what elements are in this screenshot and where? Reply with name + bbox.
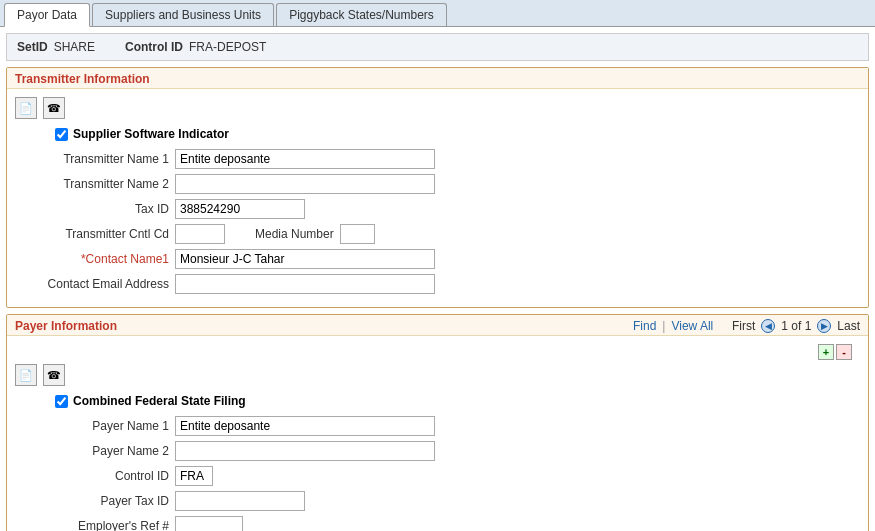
payer-name-2-label: Payer Name 2 — [15, 444, 175, 458]
next-arrow[interactable]: ▶ — [817, 319, 831, 333]
tax-id-row: Tax ID — [15, 199, 860, 219]
contact-name1-row: *Contact Name1 — [15, 249, 860, 269]
payer-section-title: Payer Information — [15, 319, 117, 333]
payer-nav: Find | View All First ◀ 1 of 1 ▶ Last — [633, 319, 860, 333]
payer-name-1-label: Payer Name 1 — [15, 419, 175, 433]
payer-tax-id-label: Payer Tax ID — [15, 494, 175, 508]
tax-id-label: Tax ID — [15, 202, 175, 216]
controlid-field: Control ID FRA-DEPOST — [125, 40, 266, 54]
trans-cntl-row: Transmitter Cntl Cd Media Number — [15, 224, 860, 244]
media-number-input[interactable] — [340, 224, 375, 244]
tab-bar: Payor Data Suppliers and Business Units … — [0, 0, 875, 27]
payer-control-id-label: Control ID — [15, 469, 175, 483]
setid-label: SetID — [17, 40, 48, 54]
app-container: Payor Data Suppliers and Business Units … — [0, 0, 875, 531]
find-link[interactable]: Find — [633, 319, 656, 333]
nav-total: 1 — [805, 319, 812, 333]
contact-email-row: Contact Email Address — [15, 274, 860, 294]
media-number-label: Media Number — [225, 227, 340, 241]
transmitter-icon-bar: 📄 ☎ — [15, 97, 860, 119]
supplier-software-label: Supplier Software Indicator — [73, 127, 229, 141]
payer-body: + - 📄 ☎ Combined Federal State Filing Pa… — [7, 336, 868, 531]
main-content: SetID SHARE Control ID FRA-DEPOST Transm… — [0, 27, 875, 531]
trans-name-2-row: Transmitter Name 2 — [15, 174, 860, 194]
payer-control-id-row: Control ID — [15, 466, 860, 486]
payer-section-header: Payer Information Find | View All First … — [7, 315, 868, 336]
transmitter-document-icon[interactable]: 📄 — [15, 97, 37, 119]
nav-of: of — [791, 319, 804, 333]
header-row: SetID SHARE Control ID FRA-DEPOST — [6, 33, 869, 61]
payer-name-2-row: Payer Name 2 — [15, 441, 860, 461]
payer-document-icon[interactable]: 📄 — [15, 364, 37, 386]
view-all-link[interactable]: View All — [671, 319, 713, 333]
first-label: First — [732, 319, 755, 333]
last-label: Last — [837, 319, 860, 333]
combined-federal-label: Combined Federal State Filing — [73, 394, 246, 408]
prev-arrow[interactable]: ◀ — [761, 319, 775, 333]
payer-icon-bar: 📄 ☎ — [15, 364, 860, 386]
supplier-software-row: Supplier Software Indicator — [15, 127, 860, 141]
supplier-software-checkbox[interactable] — [55, 128, 68, 141]
tab-suppliers-business-units[interactable]: Suppliers and Business Units — [92, 3, 274, 26]
add-button[interactable]: + — [818, 344, 834, 360]
trans-name-1-label: Transmitter Name 1 — [15, 152, 175, 166]
nav-page-info: 1 of 1 — [781, 319, 811, 333]
transmitter-phone-icon[interactable]: ☎ — [43, 97, 65, 119]
controlid-label: Control ID — [125, 40, 183, 54]
setid-field: SetID SHARE — [17, 40, 95, 54]
payer-phone-icon[interactable]: ☎ — [43, 364, 65, 386]
trans-name-1-row: Transmitter Name 1 — [15, 149, 860, 169]
controlid-value: FRA-DEPOST — [189, 40, 266, 54]
transmitter-title: Transmitter Information — [7, 68, 868, 89]
contact-name1-input[interactable] — [175, 249, 435, 269]
trans-cntl-label: Transmitter Cntl Cd — [15, 227, 175, 241]
tab-piggyback-states[interactable]: Piggyback States/Numbers — [276, 3, 447, 26]
add-remove-bar: + - — [15, 344, 860, 360]
employer-ref-label: Employer's Ref # — [15, 519, 175, 531]
payer-tax-id-input[interactable] — [175, 491, 305, 511]
payer-section: Payer Information Find | View All First … — [6, 314, 869, 531]
contact-name1-label: *Contact Name1 — [15, 252, 175, 266]
payer-control-id-input[interactable] — [175, 466, 213, 486]
transmitter-body: 📄 ☎ Supplier Software Indicator Transmit… — [7, 89, 868, 307]
tax-id-input[interactable] — [175, 199, 305, 219]
employer-ref-input[interactable] — [175, 516, 243, 531]
tab-payor-data[interactable]: Payor Data — [4, 3, 90, 27]
payer-name-1-row: Payer Name 1 — [15, 416, 860, 436]
contact-email-label: Contact Email Address — [15, 277, 175, 291]
contact-email-input[interactable] — [175, 274, 435, 294]
trans-name-2-input[interactable] — [175, 174, 435, 194]
payer-name-1-input[interactable] — [175, 416, 435, 436]
nav-divider-1: | — [662, 319, 665, 333]
transmitter-section: Transmitter Information 📄 ☎ Supplier Sof… — [6, 67, 869, 308]
trans-name-1-input[interactable] — [175, 149, 435, 169]
trans-cntl-input[interactable] — [175, 224, 225, 244]
remove-button[interactable]: - — [836, 344, 852, 360]
combined-federal-row: Combined Federal State Filing — [15, 394, 860, 408]
payer-name-2-input[interactable] — [175, 441, 435, 461]
payer-tax-id-row: Payer Tax ID — [15, 491, 860, 511]
nav-current: 1 — [781, 319, 788, 333]
trans-name-2-label: Transmitter Name 2 — [15, 177, 175, 191]
employer-ref-row: Employer's Ref # — [15, 516, 860, 531]
setid-value: SHARE — [54, 40, 95, 54]
combined-federal-checkbox[interactable] — [55, 395, 68, 408]
